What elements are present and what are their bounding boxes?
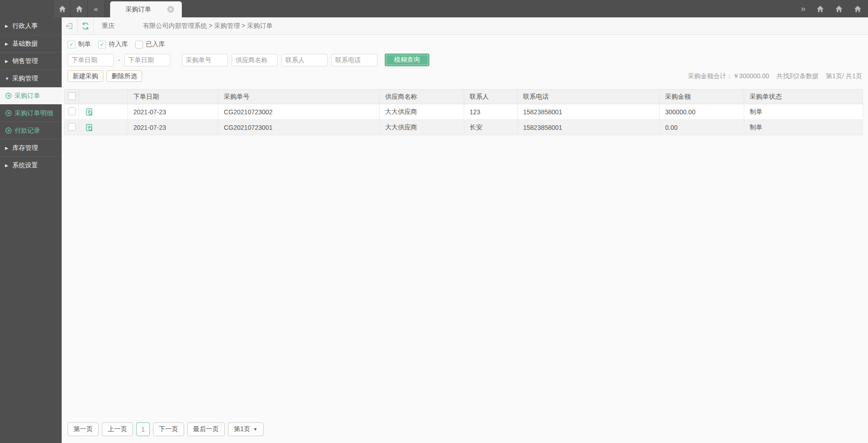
order-date-from-input[interactable] (68, 54, 114, 66)
pagination: 第一页 上一页 1 下一页 最后一页 第1页 ▼ (68, 422, 264, 436)
home-icon[interactable] (854, 5, 862, 13)
prev-page-button[interactable]: 上一页 (102, 422, 133, 436)
collapsed-arrow-icon: ▶ (5, 59, 12, 64)
current-page-button[interactable]: 1 (136, 422, 150, 436)
sidebar-item-purchase-order[interactable]: 采购订单 (0, 87, 62, 104)
home-icon (58, 5, 66, 13)
back-icon (65, 21, 74, 31)
home-icon[interactable] (835, 5, 843, 13)
home-tab-2[interactable] (71, 0, 88, 17)
header-actions (79, 90, 128, 104)
table-row: ✓ 2021-07-23 CG20210723001 大大供应商 长安 1582… (64, 120, 863, 135)
cell-contact: 123 (464, 104, 518, 120)
checkbox-inbound-done[interactable]: ✓ 已入库 (135, 40, 165, 48)
sidebar-item-system-settings[interactable]: ▶ 系统设置 (0, 156, 62, 174)
result-summary: 采购金额合计：￥300000.00 共找到2条数据 第1页/ 共1页 (688, 72, 862, 80)
search-filter-row: - 模糊查询 (68, 53, 868, 66)
cell-supplier: 大大供应商 (380, 120, 464, 135)
view-detail-icon[interactable] (85, 107, 94, 117)
cell-order-no: CG20210723002 (218, 104, 380, 120)
header-select-all: ✓ (64, 90, 79, 104)
sidebar: ▶ 行政人事 ▶ 基础数据 ▶ 销售管理 ▼ 采购管理 采购订单 采购订单明细 … (0, 17, 62, 443)
sidebar-item-basic-data[interactable]: ▶ 基础数据 (0, 35, 62, 52)
close-icon[interactable] (167, 5, 175, 13)
sidebar-item-label: 采购订单明细 (15, 109, 53, 117)
sidebar-item-label: 付款记录 (15, 127, 40, 135)
purchase-amount-total: 采购金额合计：￥300000.00 (688, 72, 769, 80)
page-info: 第1页/ 共1页 (826, 72, 862, 80)
back-button[interactable] (62, 17, 78, 35)
collapsed-arrow-icon: ▶ (5, 42, 12, 46)
cell-order-date: 2021-07-23 (128, 104, 218, 120)
new-purchase-button[interactable]: 新建采购 (68, 70, 103, 82)
collapsed-arrow-icon: ▶ (5, 24, 12, 28)
checkbox-label: 待入库 (109, 40, 128, 48)
cell-order-date: 2021-07-23 (128, 120, 218, 135)
page-select-value: 第1页 (234, 425, 250, 433)
location-label: 重庆 (102, 22, 115, 30)
sidebar-item-label: 行政人事 (12, 22, 38, 30)
cell-amount: 300000.00 (660, 104, 744, 120)
last-page-button[interactable]: 最后一页 (187, 422, 225, 436)
sidebar-item-label: 系统设置 (12, 161, 38, 170)
breadcrumb: 有限公司内部管理系统 > 采购管理 > 采购订单 (143, 22, 273, 30)
collapse-tabs-button[interactable]: « (88, 0, 105, 17)
date-range-separator: - (118, 56, 120, 64)
sidebar-item-payment-records[interactable]: 付款记录 (0, 122, 62, 139)
checkbox-label: 制单 (78, 40, 91, 48)
fuzzy-search-button[interactable]: 模糊查询 (385, 53, 429, 66)
checkbox-making[interactable]: ✓ 制单 (68, 40, 91, 48)
cell-status: 制单 (744, 120, 863, 135)
home-tab-1[interactable] (54, 0, 71, 17)
sidebar-item-sales[interactable]: ▶ 销售管理 (0, 52, 62, 69)
sidebar-item-label: 销售管理 (12, 57, 38, 65)
breadcrumb-toolbar: 重庆 有限公司内部管理系统 > 采购管理 > 采购订单 (62, 17, 868, 35)
refresh-icon (81, 21, 90, 31)
result-count: 共找到2条数据 (777, 72, 819, 80)
row-checkbox[interactable]: ✓ (68, 107, 76, 115)
check-icon: ✓ (69, 42, 74, 47)
checkbox-pending-inbound[interactable]: ✓ 待入库 (98, 40, 128, 48)
sidebar-item-hr[interactable]: ▶ 行政人事 (0, 17, 62, 35)
checkbox-box[interactable]: ✓ (68, 41, 75, 48)
cell-order-no: CG20210723001 (218, 120, 380, 135)
table-row: ✓ 2021-07-23 CG20210723002 大大供应商 123 158… (64, 104, 863, 120)
cell-amount: 0.00 (660, 120, 744, 135)
sidebar-item-purchase[interactable]: ▼ 采购管理 (0, 69, 62, 87)
expanded-arrow-icon: ▼ (5, 76, 12, 81)
next-page-button[interactable]: 下一页 (153, 422, 184, 436)
sidebar-item-inventory[interactable]: ▶ 库存管理 (0, 139, 62, 156)
checkbox-label: 已入库 (146, 40, 165, 48)
supplier-name-input[interactable] (232, 54, 278, 66)
order-no-input[interactable] (182, 54, 228, 66)
contact-input[interactable] (281, 54, 328, 66)
collapsed-arrow-icon: ▶ (5, 163, 12, 168)
circle-arrow-icon (5, 92, 12, 99)
home-icon[interactable] (816, 5, 824, 13)
refresh-button[interactable] (78, 17, 94, 35)
view-detail-icon[interactable] (85, 123, 94, 132)
check-icon: ✓ (100, 42, 104, 47)
main-content: ✓ 制单 ✓ 待入库 ✓ 已入库 - 模糊查询 新建采购 删除所选 采购金额合计… (62, 35, 868, 443)
sidebar-item-label: 采购订单 (15, 92, 40, 100)
double-chevron-right-icon[interactable]: » (801, 4, 805, 14)
sidebar-item-purchase-order-detail[interactable]: 采购订单明细 (0, 104, 62, 122)
circle-arrow-icon (5, 110, 12, 117)
table-header-row: ✓ 下单日期 采购单号 供应商名称 联系人 联系电话 采购金额 采购单状态 (64, 90, 863, 104)
order-date-to-input[interactable] (124, 54, 170, 66)
page-select-dropdown[interactable]: 第1页 ▼ (228, 422, 264, 436)
checkbox-box[interactable]: ✓ (98, 41, 106, 48)
checkbox-box[interactable]: ✓ (135, 41, 143, 48)
cell-phone: 15823858001 (518, 104, 660, 120)
select-all-checkbox[interactable]: ✓ (68, 92, 76, 100)
cell-contact: 长安 (464, 120, 518, 135)
tab-purchase-order[interactable]: 采购订单 (110, 1, 182, 17)
phone-input[interactable] (331, 54, 377, 66)
delete-selected-button[interactable]: 删除所选 (106, 70, 142, 82)
cell-phone: 15823858001 (518, 120, 660, 135)
sidebar-item-label: 采购管理 (12, 75, 38, 83)
row-checkbox[interactable]: ✓ (68, 123, 76, 131)
first-page-button[interactable]: 第一页 (68, 422, 99, 436)
cell-status: 制单 (744, 104, 863, 120)
header-supplier: 供应商名称 (380, 90, 464, 104)
